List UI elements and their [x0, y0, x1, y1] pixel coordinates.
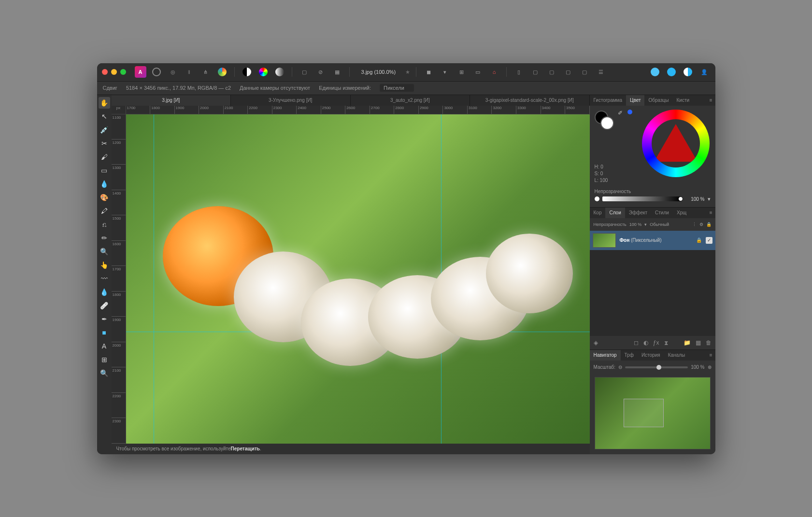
vertical-ruler[interactable]: 1100120013001400150016001700180019002000…	[112, 114, 126, 444]
arrange-forward-icon[interactable]: ▢	[562, 66, 574, 78]
smudge-tool[interactable]: 〰	[99, 273, 110, 284]
layer-opacity-value[interactable]: 100 %	[629, 222, 642, 227]
tab-histogram[interactable]: Гистограмма	[590, 95, 627, 106]
magnifier-tool[interactable]: 🔍	[99, 367, 110, 379]
tab-stock[interactable]: Хрщ	[673, 208, 690, 218]
layer-lock-icon[interactable]: 🔒	[696, 238, 702, 243]
tab-effects[interactable]: Эффект	[625, 208, 651, 218]
persona-develop-button[interactable]: ⦀	[183, 66, 196, 78]
dropdown-icon[interactable]: ▾	[644, 222, 647, 227]
tab-brushes[interactable]: Кисти	[673, 95, 694, 106]
zoom-value[interactable]: 100 %	[691, 364, 704, 370]
blend-options-icon[interactable]: ⋮	[692, 222, 697, 227]
units-select[interactable]: Пиксели	[380, 84, 414, 92]
maximize-window-button[interactable]	[120, 69, 126, 75]
tab-layers[interactable]: Слои	[605, 208, 625, 218]
foreground-color-swatch[interactable]	[600, 116, 614, 130]
lock-icon[interactable]: 🔒	[706, 222, 712, 227]
panel-menu-icon[interactable]: ≡	[710, 98, 712, 103]
tab-navigator[interactable]: Навигатор	[590, 350, 621, 361]
document-tab[interactable]: 3-gigapixel-standard-scale-2_00x.png [И]	[470, 95, 590, 106]
favorite-star-icon[interactable]: ★	[405, 69, 410, 75]
dodge-tool[interactable]: ✏	[99, 232, 110, 244]
horizontal-ruler[interactable]: px 1700180019002000210022002300240025002…	[112, 106, 590, 114]
layer-blend-icon[interactable]: ◈	[594, 339, 598, 346]
persona-liquify-button[interactable]: ◎	[167, 66, 179, 78]
tab-history[interactable]: История	[638, 350, 664, 361]
align-icon[interactable]: ▯	[513, 66, 525, 78]
document-tab[interactable]: 3-Улучшено.png [И]	[231, 95, 351, 106]
color-wheel[interactable]	[642, 110, 710, 177]
snapping-icon[interactable]: ▭	[471, 66, 484, 78]
document-tab[interactable]: 3.jpg [И]	[112, 95, 231, 106]
add-pixel-layer-icon[interactable]: ▦	[696, 339, 701, 346]
blend-mode-select[interactable]: Обычный	[650, 222, 689, 227]
no-selection-icon[interactable]: ⊘	[314, 66, 327, 78]
color-picker-tool[interactable]: 💉	[99, 124, 110, 136]
help-icon[interactable]	[665, 66, 678, 78]
contrast-icon[interactable]	[241, 66, 253, 78]
clone-brush-tool[interactable]: ⎌	[99, 219, 110, 230]
user-icon[interactable]: 👤	[698, 66, 711, 78]
canvas[interactable]	[126, 114, 590, 444]
selection-brush-tool[interactable]: 🖌	[99, 151, 110, 163]
zoom-tool[interactable]: 🔍	[99, 246, 110, 257]
panel-menu-icon[interactable]: ≡	[710, 210, 712, 215]
pen-tool[interactable]: ✒	[99, 313, 110, 325]
arrange-group-icon[interactable]: ☰	[595, 66, 607, 78]
tab-transform[interactable]: Трф	[621, 350, 638, 361]
live-filter-icon[interactable]: ⧗	[664, 339, 668, 346]
gear-icon[interactable]: ⚙	[699, 222, 703, 227]
marquee-tool[interactable]: ▭	[99, 165, 110, 176]
flood-select-tool[interactable]: 💧	[99, 178, 110, 190]
group-icon[interactable]: 📁	[684, 339, 691, 346]
adjustment-icon[interactable]: ◐	[643, 339, 648, 346]
guide-vertical[interactable]	[154, 114, 154, 444]
tab-styles[interactable]: Стили	[651, 208, 673, 218]
crop-tool[interactable]: ✂	[99, 138, 110, 149]
navigator-thumbnail[interactable]	[595, 377, 711, 449]
document-tab[interactable]: 3_auto_x2.png [И]	[351, 95, 470, 106]
move-tool[interactable]: ↖	[99, 111, 110, 122]
tab-channels-short[interactable]: Кор	[590, 208, 606, 218]
selection-icon[interactable]: ▢	[298, 66, 311, 78]
arrange-back-icon[interactable]: ▢	[529, 66, 541, 78]
sampled-color-swatch[interactable]	[627, 110, 632, 114]
quick-mask-toggle[interactable]: ◼	[422, 66, 435, 78]
quick-mask-icon[interactable]: ▦	[331, 66, 343, 78]
mask-icon[interactable]: ◻	[634, 339, 639, 346]
panel-menu-icon[interactable]: ≡	[710, 352, 712, 358]
mesh-warp-tool[interactable]: ⊞	[99, 354, 110, 365]
opacity-dropdown-icon[interactable]: ▾	[708, 196, 711, 202]
navigator-viewport-rect[interactable]	[624, 399, 664, 427]
assistant-icon[interactable]	[649, 66, 661, 78]
healing-tool[interactable]: 🩹	[99, 300, 110, 311]
tab-channels[interactable]: Каналы	[664, 350, 689, 361]
account-icon[interactable]	[682, 66, 694, 78]
paint-brush-tool[interactable]: 🎨	[99, 192, 110, 203]
minimize-window-button[interactable]	[111, 69, 117, 75]
rectangle-tool[interactable]: ■	[99, 327, 110, 338]
layer-row[interactable]: Фон (Пиксельный) 🔒 ✓	[590, 231, 715, 250]
persona-photo-button[interactable]	[150, 66, 163, 78]
layer-thumbnail[interactable]	[593, 233, 616, 248]
close-window-button[interactable]	[102, 69, 108, 75]
delete-layer-icon[interactable]: 🗑	[706, 339, 712, 346]
arrange-backward-icon[interactable]: ▢	[545, 66, 558, 78]
arrange-front-icon[interactable]: ▢	[578, 66, 591, 78]
zoom-slider[interactable]	[625, 366, 688, 368]
layer-visibility-checkbox[interactable]: ✓	[706, 237, 712, 244]
zoom-in-button[interactable]: ⊕	[708, 364, 712, 370]
tab-color[interactable]: Цвет	[626, 95, 644, 106]
zoom-out-button[interactable]: ⊖	[618, 364, 622, 370]
persona-tonemap-button[interactable]: ⋔	[199, 66, 212, 78]
color-wheel-icon[interactable]	[257, 66, 270, 78]
layer-name[interactable]: Фон (Пиксельный)	[620, 238, 662, 243]
blur-tool[interactable]: 💧	[99, 286, 110, 298]
text-tool[interactable]: A	[99, 340, 110, 352]
opacity-slider[interactable]	[602, 196, 681, 201]
opacity-value[interactable]: 100 %	[684, 196, 705, 202]
burn-tool[interactable]: 👆	[99, 259, 110, 271]
dropdown-icon[interactable]: ▾	[439, 66, 451, 78]
tab-swatches[interactable]: Образцы	[644, 95, 672, 106]
